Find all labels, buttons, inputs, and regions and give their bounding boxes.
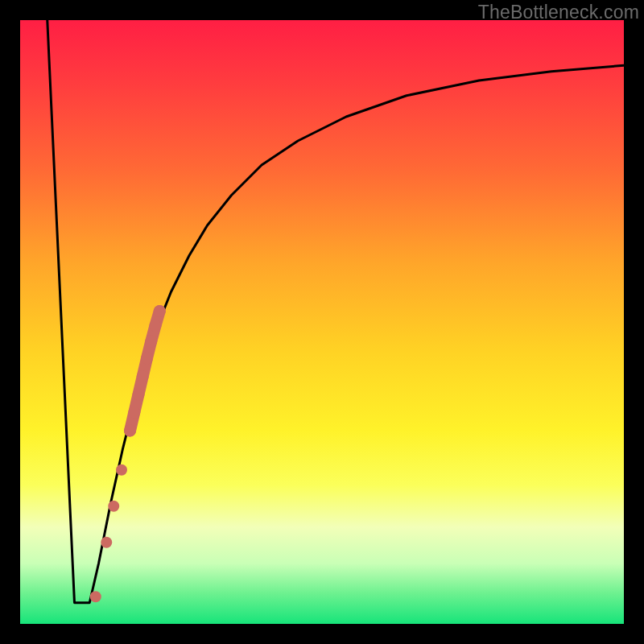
bottleneck-curve bbox=[47, 20, 624, 603]
highlight-dot bbox=[150, 320, 162, 332]
highlight-dot bbox=[108, 501, 119, 512]
highlight-dot bbox=[116, 464, 127, 476]
highlight-dot bbox=[124, 425, 136, 437]
highlight-dot bbox=[90, 591, 101, 602]
chart-frame: TheBottleneck.com bbox=[0, 0, 644, 644]
plot-area bbox=[20, 20, 624, 624]
curve-layer bbox=[47, 20, 624, 603]
marker-layer bbox=[90, 305, 166, 602]
highlight-dot bbox=[154, 305, 166, 317]
highlight-dot bbox=[128, 407, 140, 419]
highlight-dot bbox=[137, 370, 149, 382]
watermark-text: TheBottleneck.com bbox=[478, 2, 639, 23]
highlight-dot bbox=[101, 537, 112, 548]
highlight-dot bbox=[133, 389, 145, 401]
highlight-dot bbox=[145, 336, 157, 348]
highlight-dot bbox=[141, 353, 153, 365]
chart-svg bbox=[20, 20, 624, 624]
